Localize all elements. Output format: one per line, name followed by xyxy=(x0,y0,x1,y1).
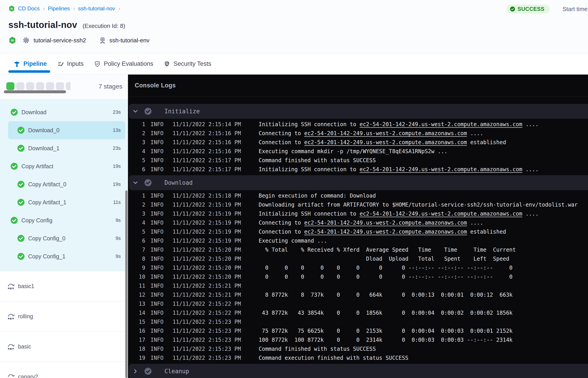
pipeline-item-label: basic xyxy=(18,343,31,350)
log-line: 9INFO11/11/2022 2:15:20 PM 0 0 0 0 0 0 0… xyxy=(128,263,588,272)
host-link[interactable]: ec2-54-201-142-249.us-west-2.compute.ama… xyxy=(304,229,467,235)
harness-logo-icon: ∞ xyxy=(9,37,16,44)
sidebar-scrollbar[interactable] xyxy=(125,190,128,378)
pipeline-item-label: canary2 xyxy=(18,374,38,378)
stage-row[interactable]: Copy Artifact19s xyxy=(0,157,128,175)
stage-success-icon xyxy=(17,180,25,188)
page-header: ∞ CD Docs›Pipelines›ssh-tutorial-nov› SU… xyxy=(0,0,588,54)
stage-duration: 23s xyxy=(113,109,121,115)
log-timestamp: 11/11/2022 2:15:14 PM xyxy=(173,121,241,127)
stage-row[interactable]: Download23s xyxy=(0,103,128,121)
chevron-down-icon[interactable] xyxy=(132,179,139,186)
log-text: Initializing SSH connection to xyxy=(259,211,360,217)
console-log-body: Initialize1INFO11/11/2022 2:15:14 PMInit… xyxy=(128,104,588,378)
log-text: Connection to xyxy=(259,229,304,235)
log-text: established xyxy=(467,229,506,235)
breadcrumb: ∞ CD Docs›Pipelines›ssh-tutorial-nov› xyxy=(9,5,120,12)
chevron-right-icon[interactable] xyxy=(132,368,139,375)
host-link[interactable]: ec2-54-201-142-249.us-west-2.compute.ama… xyxy=(360,211,522,217)
log-line: 17INFO11/11/2022 2:15:23 PM100 8772k 100… xyxy=(128,336,588,344)
rollback-icon xyxy=(7,312,15,321)
tab-policy-evaluations[interactable]: Policy Evaluations xyxy=(94,54,153,74)
log-text: % Total % Received % Xferd Average Speed… xyxy=(259,247,516,253)
log-message: Executing command mkdir -p /tmp/WYQNESE_… xyxy=(259,148,447,155)
log-line-number: 1 xyxy=(135,193,145,199)
tab-security-tests[interactable]: Security Tests xyxy=(163,54,211,74)
log-line-number: 3 xyxy=(135,139,145,146)
stage-row[interactable]: Download_013s xyxy=(8,121,125,139)
stage-success-icon xyxy=(10,216,18,224)
svg-text:∞: ∞ xyxy=(11,38,14,42)
log-timestamp: 11/11/2022 2:15:20 PM xyxy=(173,274,241,280)
log-message: % Total % Received % Xferd Average Speed… xyxy=(259,247,516,253)
log-text: Dload Upload Total Spent Left Speed xyxy=(259,256,509,262)
stage-row[interactable]: Copy Artifact_111s xyxy=(0,193,128,211)
log-timestamp: 11/11/2022 2:15:22 PM xyxy=(173,310,241,316)
console-section-title: Initialize xyxy=(164,108,200,115)
pipeline-list-item[interactable]: canary2 xyxy=(0,362,128,378)
breadcrumb-link[interactable]: CD Docs xyxy=(18,5,40,12)
tab-label: Policy Evaluations xyxy=(104,60,153,67)
log-message: Connecting to ec2-54-201-142-249.us-west… xyxy=(259,130,483,136)
pipeline-list-item[interactable]: basic xyxy=(0,331,128,362)
stage-duration: 9s xyxy=(116,235,121,241)
log-timestamp: 11/11/2022 2:15:23 PM xyxy=(173,328,241,334)
log-timestamp: 11/11/2022 2:15:19 PM xyxy=(173,229,241,235)
stage-duration: 13s xyxy=(113,127,121,133)
console-panel: Console Logs Initialize1INFO11/11/2022 2… xyxy=(128,75,588,378)
tab-bar: PipelineInputsPolicy EvaluationsSecurity… xyxy=(0,54,588,75)
console-titlebar: Console Logs xyxy=(128,75,588,96)
environment-name[interactable]: ssh-tutorial-env xyxy=(109,37,150,44)
log-message: Command execution finished with status S… xyxy=(259,355,408,361)
tab-inputs[interactable]: Inputs xyxy=(57,54,84,74)
stage-row[interactable]: Copy Config_19s xyxy=(0,247,128,265)
log-level: INFO xyxy=(150,319,163,325)
stage-row[interactable]: Copy Artifact_019s xyxy=(0,175,128,193)
log-timestamp: 11/11/2022 2:15:21 PM xyxy=(173,283,241,289)
host-link[interactable]: ec2-54-201-142-249.us-west-2.compute.ama… xyxy=(304,130,467,136)
stage-label: Copy Config_1 xyxy=(28,253,65,260)
host-link[interactable]: ec2-54-201-142-249.us-west-2.compute.ama… xyxy=(304,220,467,226)
host-link[interactable]: ec2-54-201-142-249.us-west-2.compute.ama… xyxy=(360,121,522,127)
service-name[interactable]: tutorial-service-ssh2 xyxy=(34,37,86,44)
log-timestamp: 11/11/2022 2:15:22 PM xyxy=(173,301,241,307)
log-level: INFO xyxy=(150,148,163,155)
tab-pipeline[interactable]: Pipeline xyxy=(13,54,47,74)
log-level: INFO xyxy=(150,265,163,271)
console-section-header[interactable]: Initialize xyxy=(129,104,588,119)
stage-success-icon xyxy=(17,144,25,152)
stage-duration: 11s xyxy=(113,199,121,205)
stage-success-icon xyxy=(10,108,18,116)
log-text: .... xyxy=(467,130,483,136)
log-line: 4INFO11/11/2022 2:15:19 PMConnecting to … xyxy=(128,218,588,227)
log-text: 75 8772k 75 6625k 0 0 2153k 0 0:00:04 0:… xyxy=(259,328,512,334)
log-line-number: 14 xyxy=(135,310,145,316)
breadcrumb-link[interactable]: Pipelines xyxy=(48,5,70,12)
breadcrumb-link[interactable]: ssh-tutorial-nov xyxy=(78,5,115,12)
host-link[interactable]: ec2-54-201-142-249.us-west-2.compute.ama… xyxy=(304,139,467,146)
log-line: 5INFO11/11/2022 2:15:17 PMCommand finish… xyxy=(128,156,588,165)
log-level: INFO xyxy=(150,220,163,226)
console-section-header[interactable]: Download xyxy=(129,175,588,190)
stage-minimap[interactable] xyxy=(6,82,70,90)
pipeline-list-item[interactable]: rolling xyxy=(0,301,128,331)
stage-list: Download23sDownload_013sDownload_123sCop… xyxy=(0,100,128,271)
minimap-scrollbar[interactable] xyxy=(4,90,66,93)
log-line-number: 9 xyxy=(135,265,145,271)
stage-row[interactable]: Download_123s xyxy=(0,139,128,157)
stage-success-icon xyxy=(17,126,25,134)
host-link[interactable]: ec2-54-201-142-249.us-west-2.compute.ama… xyxy=(360,166,522,173)
console-section-header[interactable]: Cleanup xyxy=(129,364,588,378)
stage-row[interactable]: Copy Config9s xyxy=(0,211,128,229)
stage-row[interactable]: Copy Config_09s xyxy=(0,229,128,247)
log-timestamp: 11/11/2022 2:15:23 PM xyxy=(173,319,241,325)
policy-icon xyxy=(94,61,101,67)
chevron-down-icon[interactable] xyxy=(132,108,139,115)
pipeline-list-item[interactable]: basic1 xyxy=(0,271,128,301)
log-timestamp: 11/11/2022 2:15:19 PM xyxy=(173,211,241,217)
minimap-stage-square xyxy=(16,82,24,90)
log-level: INFO xyxy=(150,229,163,235)
log-text: Initializing SSH connection to xyxy=(259,166,360,173)
stage-success-icon xyxy=(10,162,18,170)
log-level: INFO xyxy=(150,139,163,146)
